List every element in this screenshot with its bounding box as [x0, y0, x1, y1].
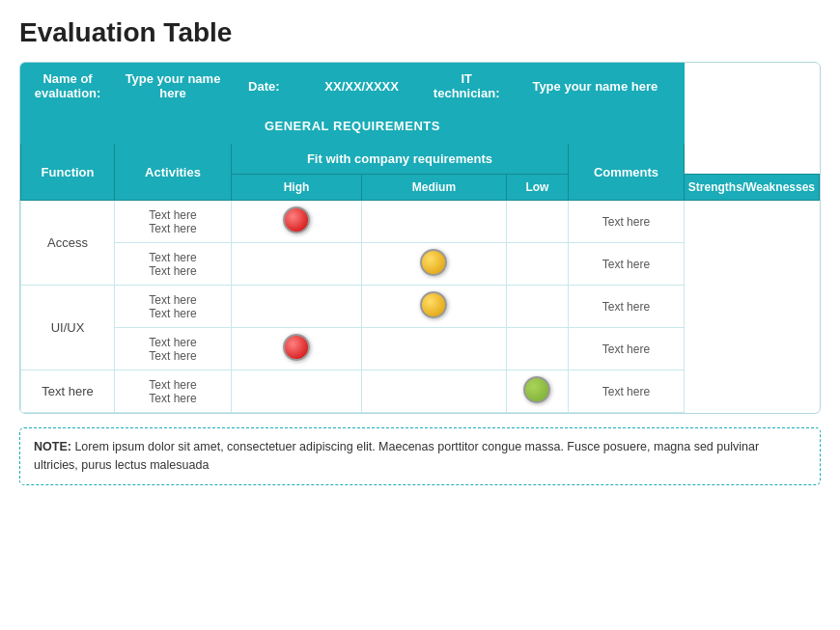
tech-label: IT technician:	[427, 64, 506, 109]
table-row: Text here Text here Text here	[21, 243, 820, 286]
circle-yellow-2	[420, 249, 447, 276]
circle-yellow-3	[420, 291, 447, 318]
table-row: UI/UX Text here Text here Text here	[21, 286, 820, 328]
low-empty-3	[506, 286, 568, 328]
table-row: Access Text here Text here Text here	[21, 201, 820, 243]
low-empty-1	[506, 201, 568, 243]
strengths-header: Strengths/Weaknesses	[684, 175, 819, 201]
indicator-high-1	[231, 201, 361, 243]
circle-red-1	[283, 206, 310, 233]
activity-2: Text here Text here	[115, 243, 232, 286]
general-requirements-label: GENERAL REQUIREMENTS	[21, 109, 685, 144]
low-header: Low	[506, 175, 568, 201]
indicator-medium-3	[362, 286, 507, 328]
date-value: XX/XX/XXXX	[296, 64, 427, 109]
page-title: Evaluation Table	[19, 17, 821, 48]
medium-header: Medium	[362, 175, 507, 201]
high-empty-2	[231, 243, 361, 286]
comment-1: Text here	[569, 201, 685, 243]
circle-green-5	[523, 376, 550, 403]
medium-empty-1	[362, 201, 507, 243]
note-label: NOTE:	[34, 440, 71, 453]
comment-3: Text here	[569, 286, 685, 328]
note-text: Lorem ipsum dolor sit amet, consectetuer…	[34, 440, 759, 472]
medium-empty-5	[362, 370, 507, 413]
high-empty-5	[231, 370, 361, 413]
activities-header: Activities	[115, 144, 232, 201]
comment-2: Text here	[569, 243, 685, 286]
low-empty-2	[506, 243, 568, 286]
high-header: High	[231, 175, 361, 201]
low-empty-4	[506, 328, 568, 370]
activity-5: Text here Text here	[115, 370, 232, 413]
table-row: Text here Text here Text here Text here	[21, 370, 820, 413]
comment-5: Text here	[569, 370, 685, 413]
comment-4: Text here	[569, 328, 685, 370]
function-access: Access	[21, 201, 115, 286]
function-texthere: Text here	[21, 370, 115, 413]
name-label: Name of evaluation:	[21, 64, 115, 109]
fit-header: Fit with company requirements	[231, 144, 568, 175]
function-header: Function	[21, 144, 115, 201]
indicator-medium-2	[362, 243, 507, 286]
circle-red-4	[283, 334, 310, 361]
indicator-high-4	[231, 328, 361, 370]
tech-value: Type your name here	[506, 64, 684, 109]
medium-empty-4	[362, 328, 507, 370]
activity-4: Text here Text here	[115, 328, 232, 370]
date-label: Date:	[231, 64, 296, 109]
function-uiux: UI/UX	[21, 286, 115, 370]
activity-1: Text here Text here	[115, 201, 232, 243]
table-row: Text here Text here Text here	[21, 328, 820, 370]
high-empty-3	[231, 286, 361, 328]
note-box: NOTE: Lorem ipsum dolor sit amet, consec…	[19, 427, 821, 485]
name-value: Type your name here	[115, 64, 232, 109]
comments-header: Comments	[569, 144, 685, 201]
indicator-low-5	[506, 370, 568, 413]
evaluation-table: Name of evaluation: Type your name here …	[19, 62, 821, 414]
activity-3: Text here Text here	[115, 286, 232, 328]
